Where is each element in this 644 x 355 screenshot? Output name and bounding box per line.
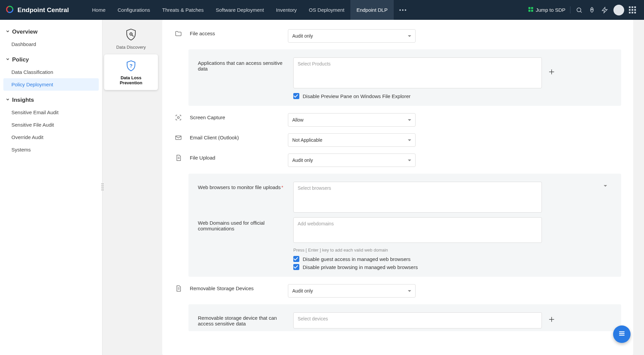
topnav-endpoint-dlp[interactable]: Endpoint DLP xyxy=(350,0,394,20)
svg-point-10 xyxy=(577,8,581,12)
row-file-upload: File Upload Audit only xyxy=(174,153,621,167)
screen-capture-icon xyxy=(174,114,182,121)
input-placeholder: Select browsers xyxy=(298,185,331,191)
sidebar: Overview Dashboard Policy Data Classific… xyxy=(0,20,102,355)
subnav-data-loss-prevention[interactable]: ? Data Loss Prevention xyxy=(104,54,158,90)
sidebar-group-label: Overview xyxy=(12,29,38,35)
row-file-access: File access Audit only xyxy=(174,29,621,43)
envelope-icon xyxy=(174,134,182,141)
topnav-configurations[interactable]: Configurations xyxy=(112,0,156,20)
sidebar-item-override-audit[interactable]: Override Audit xyxy=(3,131,99,143)
screen-capture-select[interactable]: Allow xyxy=(288,113,416,127)
svg-point-4 xyxy=(402,9,403,10)
folder-icon xyxy=(174,30,182,37)
svg-point-18 xyxy=(101,187,102,188)
svg-point-5 xyxy=(405,9,406,10)
svg-rect-9 xyxy=(531,10,533,12)
help-fab[interactable] xyxy=(613,325,631,343)
removable-devices-input[interactable]: Select devices xyxy=(293,312,542,328)
sidebar-group-label: Insights xyxy=(12,97,34,103)
svg-line-24 xyxy=(132,35,134,37)
topnav-home[interactable]: Home xyxy=(86,0,112,20)
disable-private-checkbox[interactable] xyxy=(293,264,299,270)
removable-panel: Removable storage device that can access… xyxy=(188,304,621,331)
add-apps-button[interactable] xyxy=(548,68,555,77)
sidebar-item-systems[interactable]: Systems xyxy=(3,143,99,156)
apps-access-label: Applications that can access sensitive d… xyxy=(198,57,285,72)
removable-select[interactable]: Audit only xyxy=(288,284,416,298)
sidebar-group-policy[interactable]: Policy xyxy=(3,54,99,66)
screen-capture-label: Screen Capture xyxy=(190,113,281,120)
svg-text:?: ? xyxy=(130,33,132,36)
search-icon[interactable] xyxy=(575,6,583,14)
chevron-down-icon xyxy=(408,290,411,292)
magnifier-shield-icon: ? xyxy=(107,27,155,42)
apps-grid-icon[interactable] xyxy=(629,6,636,13)
chevron-down-icon xyxy=(604,185,607,187)
input-placeholder: Select devices xyxy=(298,316,328,321)
file-access-panel: Applications that can access sensitive d… xyxy=(188,49,621,106)
sidebar-item-sensitive-email-audit[interactable]: Sensitive Email Audit xyxy=(3,106,99,119)
brand: Endpoint Central xyxy=(5,5,86,15)
add-devices-button[interactable] xyxy=(548,316,555,324)
storage-icon xyxy=(174,285,182,292)
jump-label: Jump to SDP xyxy=(536,7,565,13)
apps-access-input[interactable]: Select Products xyxy=(293,57,542,88)
email-client-label: Email Client (Outlook) xyxy=(190,133,281,140)
policy-form-card: File access Audit only Applications that… xyxy=(162,20,633,355)
row-email-client: Email Client (Outlook) Not Applicable xyxy=(174,133,621,147)
disable-guest-checkbox[interactable] xyxy=(293,256,299,262)
sidebar-item-data-classification[interactable]: Data Classification xyxy=(3,66,99,78)
topnav-more-icon[interactable] xyxy=(394,0,412,20)
topnav-threats-patches[interactable]: Threats & Patches xyxy=(156,0,210,20)
brand-logo-icon xyxy=(5,5,14,15)
avatar[interactable] xyxy=(613,5,624,15)
input-placeholder: Add webdomains xyxy=(298,221,334,226)
disable-guest-label: Disable guest access in managed web brow… xyxy=(303,256,411,262)
select-value: Audit only xyxy=(292,158,313,163)
topnav-os-deployment[interactable]: OS Deployment xyxy=(303,0,350,20)
email-client-select[interactable]: Not Applicable xyxy=(288,133,416,147)
topbar-right: Jump to SDP xyxy=(528,5,639,15)
file-access-select[interactable]: Audit only xyxy=(288,29,416,43)
menu-lines-icon xyxy=(618,329,626,339)
svg-marker-13 xyxy=(602,7,607,13)
sidebar-item-sensitive-file-audit[interactable]: Sensitive File Audit xyxy=(3,119,99,131)
svg-point-12 xyxy=(591,9,592,10)
shield-question-icon: ? xyxy=(107,59,155,73)
sidebar-group-insights[interactable]: Insights xyxy=(3,94,99,106)
svg-point-14 xyxy=(101,183,102,184)
sidebar-item-policy-deployment[interactable]: Policy Deployment xyxy=(3,78,99,91)
domains-input[interactable]: Add webdomains xyxy=(293,217,542,243)
brand-name: Endpoint Central xyxy=(17,6,69,14)
file-upload-panel: Web browsers to monitor file uploads* Se… xyxy=(188,174,621,277)
svg-point-19 xyxy=(103,187,104,188)
chevron-down-icon xyxy=(408,35,411,37)
row-screen-capture: Screen Capture Allow xyxy=(174,113,621,127)
disable-preview-label: Disable Preview Pane on Windows File Exp… xyxy=(303,93,411,99)
subnav-data-discovery[interactable]: ? Data Discovery xyxy=(104,23,158,54)
disable-private-label: Disable private browsing in managed web … xyxy=(303,264,418,270)
svg-rect-7 xyxy=(531,7,533,9)
bolt-icon[interactable] xyxy=(601,6,609,14)
sidebar-item-dashboard[interactable]: Dashboard xyxy=(3,38,99,50)
select-value: Audit only xyxy=(292,288,313,294)
chevron-down-icon xyxy=(5,97,10,103)
topnav-inventory[interactable]: Inventory xyxy=(270,0,303,20)
svg-point-17 xyxy=(103,185,104,186)
select-value: Allow xyxy=(292,117,303,123)
file-upload-select[interactable]: Audit only xyxy=(288,153,416,167)
sidebar-group-overview[interactable]: Overview xyxy=(3,26,99,38)
subnav-tab-label: Data Loss Prevention xyxy=(107,75,155,85)
jump-to-sdp-link[interactable]: Jump to SDP xyxy=(528,6,570,13)
svg-rect-8 xyxy=(528,10,530,12)
svg-rect-29 xyxy=(176,136,181,140)
topnav-software-deployment[interactable]: Software Deployment xyxy=(210,0,270,20)
svg-text:?: ? xyxy=(129,63,132,69)
disable-preview-checkbox[interactable] xyxy=(293,93,299,99)
browsers-input[interactable]: Select browsers xyxy=(293,182,542,213)
svg-point-3 xyxy=(399,9,401,10)
sidebar-collapse-handle[interactable] xyxy=(101,182,104,193)
svg-point-16 xyxy=(101,185,102,186)
rocket-icon[interactable] xyxy=(588,6,596,14)
